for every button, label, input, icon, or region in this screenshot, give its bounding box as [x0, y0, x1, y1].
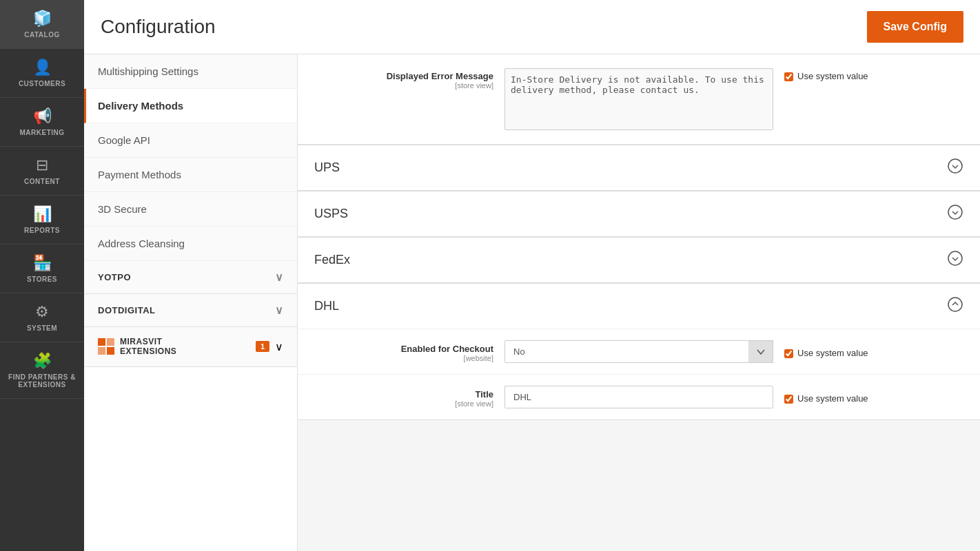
select-wrap-enabled-checkout: NoYes — [504, 340, 773, 363]
input-title[interactable] — [504, 386, 773, 408]
dhl-field-title: Title [store view] Use system value — [298, 374, 980, 419]
content-icon: ⊟ — [36, 156, 48, 174]
catalog-label: CATALOG — [24, 31, 59, 39]
sidebar-item-find-partners[interactable]: 🧩 FIND PARTNERS & EXTENSIONS — [0, 342, 84, 399]
nav-item-payment-methods[interactable]: Payment Methods — [84, 158, 297, 192]
accordion-section-fedex: FedEx — [298, 237, 980, 283]
sublabel-title: [store view] — [314, 399, 493, 408]
content-area: Multishipping SettingsDelivery MethodsGo… — [84, 54, 980, 551]
sidebar-item-stores[interactable]: 🏪 STORES — [0, 245, 84, 293]
reports-icon: 📊 — [33, 205, 52, 223]
checkbox-enabled-checkout[interactable] — [784, 349, 793, 358]
nav-item-address-cleansing[interactable]: Address Cleansing — [84, 227, 297, 261]
nav-item-google-api[interactable]: Google API — [84, 123, 297, 158]
use-system-label-title: Use system value — [797, 393, 868, 404]
marketing-label: MARKETING — [19, 129, 64, 136]
select-enabled-checkout[interactable]: NoYes — [504, 340, 773, 363]
left-navigation: Multishipping SettingsDelivery MethodsGo… — [84, 54, 298, 551]
accordion-section-ups: UPS — [298, 145, 980, 191]
sidebar-item-content[interactable]: ⊟ CONTENT — [0, 147, 84, 196]
sidebar: 🧊 CATALOG 👤 CUSTOMERS 📢 MARKETING ⊟ CONT… — [0, 0, 84, 551]
sidebar-item-marketing[interactable]: 📢 MARKETING — [0, 98, 84, 147]
content-label: CONTENT — [24, 178, 60, 185]
svg-point-4 — [948, 159, 962, 173]
page-title: Configuration — [101, 16, 216, 38]
mirasvit-logo: MIRASVIT EXTENSIONS — [98, 337, 176, 357]
accordion-title-dhl: DHL — [314, 299, 339, 313]
dhl-content: Enabled for Checkout [website] NoYes — [298, 329, 980, 419]
accordion-sections: UPS USPS FedEx DHL Enabled for Checkout … — [298, 145, 980, 420]
reports-label: REPORTS — [24, 227, 60, 234]
label-wrap-title: Title [store view] — [314, 386, 493, 408]
nav-section-dotdigital[interactable]: DOTDIGITAL ∨ — [84, 294, 297, 327]
system-label: SYSTEM — [27, 324, 57, 332]
yotpo-label: YOTPO — [98, 272, 131, 282]
svg-point-7 — [948, 298, 962, 311]
use-system-label-enabled-checkout: Use system value — [797, 348, 868, 358]
error-message-sublabel: [store view] — [314, 81, 493, 90]
page-header: Configuration Save Config — [84, 0, 980, 54]
main-area: Configuration Save Config Multishipping … — [84, 0, 980, 551]
accordion-header-fedex[interactable]: FedEx — [298, 237, 980, 282]
mirasvit-badge: 1 — [256, 341, 269, 352]
sublabel-enabled-checkout: [website] — [314, 354, 493, 362]
use-system-value-title: Use system value — [784, 391, 963, 404]
accordion-section-dhl: DHL Enabled for Checkout [website] NoYes — [298, 283, 980, 420]
error-message-checkbox[interactable] — [784, 72, 793, 81]
error-message-textarea[interactable]: In-Store Delivery is not available. To u… — [504, 68, 773, 130]
customers-icon: 👤 — [33, 59, 52, 76]
label-wrap-enabled-checkout: Enabled for Checkout [website] — [314, 341, 493, 362]
nav-section-mirasvit[interactable]: MIRASVIT EXTENSIONS 1 ∨ — [84, 327, 297, 367]
sidebar-item-customers[interactable]: 👤 CUSTOMERS — [0, 49, 84, 98]
accordion-section-usps: USPS — [298, 191, 980, 237]
svg-rect-3 — [107, 347, 114, 355]
mirasvit-icon — [98, 338, 114, 355]
use-system-value-enabled-checkout: Use system value — [784, 345, 963, 358]
marketing-icon: 📢 — [33, 107, 52, 125]
dhl-field-enabled-checkout: Enabled for Checkout [website] NoYes — [298, 329, 980, 374]
system-icon: ⚙ — [35, 303, 49, 321]
nav-section-yotpo[interactable]: YOTPO ∨ — [84, 261, 297, 294]
yotpo-chevron: ∨ — [275, 271, 284, 284]
error-message-use-system-value: Use system value — [784, 68, 963, 81]
accordion-title-fedex: FedEx — [314, 253, 350, 267]
error-message-section: Displayed Error Message [store view] In-… — [298, 54, 980, 145]
accordion-chevron-ups — [947, 158, 963, 178]
accordion-title-ups: UPS — [314, 160, 340, 175]
sidebar-item-reports[interactable]: 📊 REPORTS — [0, 196, 84, 245]
accordion-chevron-fedex — [947, 250, 963, 270]
mirasvit-chevron: ∨ — [275, 340, 283, 353]
svg-rect-2 — [98, 347, 105, 355]
label-enabled-checkout: Enabled for Checkout — [314, 341, 493, 354]
accordion-title-usps: USPS — [314, 207, 348, 221]
right-panel: Displayed Error Message [store view] In-… — [298, 54, 980, 551]
svg-rect-1 — [107, 338, 114, 346]
sidebar-item-system[interactable]: ⚙ SYSTEM — [0, 293, 84, 342]
accordion-chevron-dhl — [947, 296, 963, 316]
error-message-use-system-label: Use system value — [797, 71, 868, 81]
label-title: Title — [314, 386, 493, 399]
find-partners-icon: 🧩 — [33, 352, 52, 370]
sidebar-item-catalog[interactable]: 🧊 CATALOG — [0, 0, 84, 49]
svg-point-5 — [948, 205, 962, 219]
accordion-header-usps[interactable]: USPS — [298, 191, 980, 236]
svg-point-6 — [948, 251, 962, 265]
checkbox-title[interactable] — [784, 395, 793, 404]
find-partners-label: FIND PARTNERS & EXTENSIONS — [6, 373, 79, 388]
svg-rect-0 — [98, 338, 105, 346]
stores-label: STORES — [27, 276, 57, 283]
nav-item-delivery-methods[interactable]: Delivery Methods — [84, 89, 297, 123]
nav-item-3d-secure[interactable]: 3D Secure — [84, 192, 297, 227]
customers-label: CUSTOMERS — [19, 80, 65, 87]
dotdigital-label: DOTDIGITAL — [98, 305, 155, 315]
mirasvit-label: MIRASVIT EXTENSIONS — [120, 337, 176, 357]
nav-item-multishipping[interactable]: Multishipping Settings — [84, 54, 297, 89]
accordion-header-dhl[interactable]: DHL — [298, 283, 980, 329]
save-config-button[interactable]: Save Config — [867, 11, 963, 43]
accordion-chevron-usps — [947, 204, 963, 224]
catalog-icon: 🧊 — [33, 10, 52, 28]
error-message-label: Displayed Error Message — [314, 68, 493, 81]
accordion-header-ups[interactable]: UPS — [298, 145, 980, 190]
stores-icon: 🏪 — [33, 254, 52, 272]
dotdigital-chevron: ∨ — [275, 304, 284, 317]
